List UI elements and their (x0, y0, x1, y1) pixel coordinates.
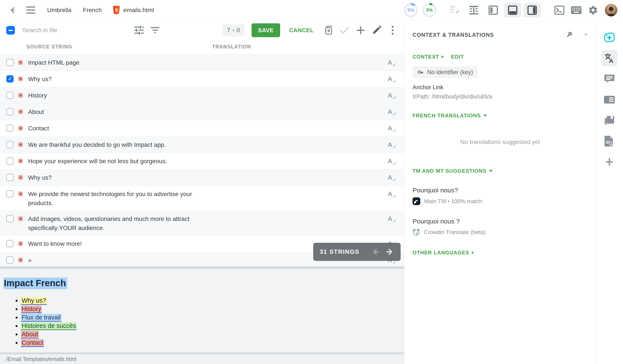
string-row[interactable]: Hope your experience will be not less bu… (0, 153, 404, 169)
source-string-text[interactable]: We provide the newest technologies for y… (28, 190, 197, 208)
row-checkbox[interactable] (6, 157, 14, 165)
breadcrumb-language[interactable]: French (83, 7, 102, 14)
advanced-filter-button[interactable] (134, 25, 144, 36)
previous-page-arrow[interactable] (371, 247, 380, 256)
row-checkbox[interactable] (6, 59, 14, 66)
translated-progress-ring[interactable]: 5% (404, 3, 418, 17)
chevron-right-icon (472, 251, 474, 254)
preview-page-title[interactable]: Impact French (3, 278, 67, 289)
preview-nav-link[interactable]: History (21, 305, 42, 313)
row-checkbox[interactable] (6, 174, 14, 181)
context-section-toggle[interactable]: CONTEXT (413, 54, 444, 60)
ai-assistant-tab[interactable] (601, 29, 618, 46)
collapse-panel-chevron[interactable] (584, 34, 588, 36)
string-row[interactable]: History A✓ (0, 87, 404, 103)
edit-context-button[interactable]: EDIT (451, 54, 464, 60)
string-row[interactable]: Why us? A✓ (0, 71, 404, 87)
select-all-checkbox[interactable] (6, 26, 15, 35)
source-string-text[interactable]: » (28, 256, 32, 265)
right-panel-view-button[interactable] (524, 3, 541, 18)
translate-icon: A (604, 53, 615, 63)
row-checkbox[interactable] (6, 240, 14, 247)
context-info-tab[interactable] (601, 91, 618, 108)
settings-button[interactable] (587, 4, 599, 16)
source-string-text[interactable]: Impact HTML page (28, 58, 79, 67)
preview-nav-link[interactable]: Flux de travail (21, 314, 61, 322)
copy-source-icon (324, 25, 333, 35)
suggestions-section-toggle[interactable]: TM AND MT SUGGESTIONS (413, 168, 588, 174)
edit-string-button[interactable] (372, 25, 382, 35)
pretranslate-button[interactable] (449, 4, 461, 16)
string-row[interactable]: Add images, videos, questionaries and mu… (0, 211, 404, 235)
row-checkbox[interactable] (6, 124, 14, 132)
string-row[interactable]: Contact A✓ (0, 120, 404, 136)
glossary-tab[interactable] (601, 112, 618, 129)
string-row[interactable]: We are thankful you decided to go with I… (0, 136, 404, 153)
cancel-button[interactable]: CANCEL (289, 27, 314, 34)
pane-resize-handle[interactable] (0, 266, 404, 269)
add-panel-tab[interactable] (601, 154, 618, 170)
context-panel-title: CONTEXT & TRANSLATIONS (413, 32, 494, 38)
breadcrumb-file[interactable]: 5 emails.html (112, 6, 154, 15)
search-input[interactable] (22, 27, 120, 34)
source-string-text[interactable]: Why us? (28, 173, 52, 182)
translations-tab[interactable]: A (601, 50, 618, 66)
preview-nav-link[interactable]: Contact (21, 339, 44, 347)
row-checkbox[interactable] (6, 190, 14, 198)
user-avatar[interactable] (605, 4, 617, 17)
mt-suggestion-text[interactable]: Pourquoi nous ? (413, 218, 588, 225)
translations-section-label: FRENCH TRANSLATIONS (413, 113, 481, 119)
pushpin-icon (565, 31, 573, 39)
approved-progress-ring[interactable]: 3% (422, 3, 437, 17)
translations-section-toggle[interactable]: FRENCH TRANSLATIONS (413, 113, 588, 119)
tm-suggestion-text[interactable]: Pourquoi nous? (413, 186, 588, 194)
next-page-arrow[interactable] (385, 247, 394, 256)
gear-icon (588, 5, 598, 15)
preview-nav-link[interactable]: Why us? (21, 297, 47, 305)
row-checkbox[interactable] (6, 92, 14, 99)
string-row[interactable]: Why us? A✓ (0, 169, 404, 186)
untranslated-status-icon (18, 77, 23, 81)
breadcrumb-project[interactable]: Umbrella (47, 7, 71, 14)
comments-tab[interactable] (601, 71, 618, 87)
left-panel-view-button[interactable] (485, 3, 502, 18)
bottom-panel-view-button[interactable] (504, 3, 521, 18)
source-string-text[interactable]: Add images, videos, questionaries and mu… (28, 214, 197, 233)
preview-nav-link[interactable]: Histoires de succès (21, 322, 77, 330)
console-button[interactable] (554, 4, 565, 16)
crowdin-editor: Umbrella › French › 5 emails.html 5% 3% (0, 0, 623, 364)
add-string-button[interactable] (356, 25, 366, 35)
preview-nav-link[interactable]: About (21, 331, 39, 339)
row-checkbox[interactable] (6, 256, 14, 264)
filter-button[interactable] (150, 25, 160, 36)
chevron-right-icon (442, 55, 444, 58)
file-info-tab[interactable] (601, 133, 618, 149)
save-button[interactable]: SAVE (252, 23, 280, 37)
untranslated-status-icon (18, 241, 23, 246)
row-checkbox[interactable] (6, 215, 14, 222)
source-string-text[interactable]: Contact (28, 124, 49, 133)
back-button[interactable] (9, 5, 18, 15)
source-string-text[interactable]: History (28, 91, 47, 100)
source-string-text[interactable]: Why us? (28, 75, 52, 84)
string-row[interactable]: We provide the newest technologies for y… (0, 186, 404, 211)
source-string-text[interactable]: We are thankful you decided to go with I… (28, 140, 166, 149)
row-checkbox[interactable] (6, 108, 14, 115)
string-row[interactable]: About A✓ (0, 103, 404, 120)
other-languages-toggle[interactable]: OTHER LANGUAGES (413, 250, 588, 256)
copy-source-button[interactable] (324, 25, 334, 35)
source-string-text[interactable]: Want to know more! (28, 239, 82, 248)
pin-panel-button[interactable] (564, 30, 574, 40)
row-checkbox[interactable] (6, 141, 14, 148)
side-by-side-view-button[interactable] (465, 3, 482, 18)
string-row[interactable]: Impact HTML page A✓ (0, 54, 404, 71)
more-options-button[interactable] (388, 25, 398, 35)
source-string-text[interactable]: About (28, 107, 44, 117)
row-checkbox[interactable] (6, 75, 14, 82)
source-string-text[interactable]: Hope your experience will be not less bu… (28, 157, 167, 166)
list-bullet (16, 342, 18, 344)
approve-button[interactable] (340, 25, 350, 35)
main-menu-button[interactable] (25, 5, 36, 15)
shortcuts-button[interactable] (571, 4, 582, 16)
toolbar-icon-group (324, 25, 398, 35)
